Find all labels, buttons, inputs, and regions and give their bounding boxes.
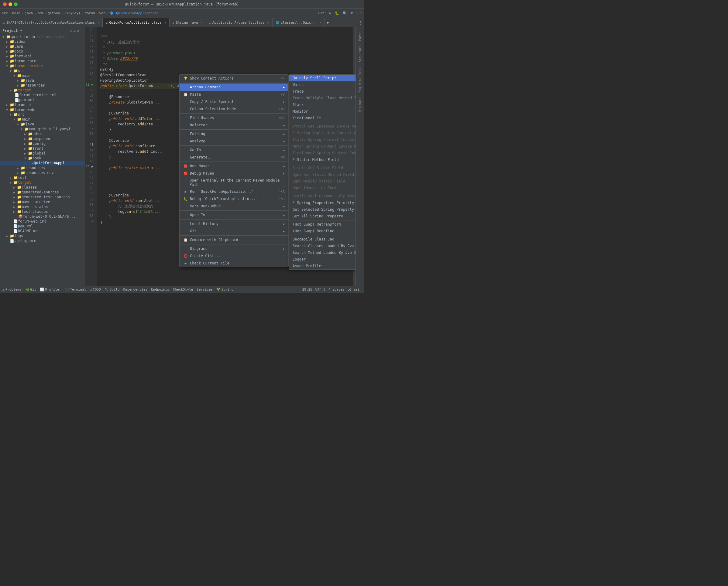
ctx-refactor[interactable]: Refactor ▶ [180, 122, 288, 129]
tree-gen-sources[interactable]: ▶ 📁 generated-sources [0, 190, 85, 195]
submenu-monitor[interactable]: Monitor [289, 108, 355, 115]
submenu-quickly-shell[interactable]: Quickly Shell Script [289, 75, 355, 81]
tab-classes[interactable]: 🌐 classes/...Quic... ✕ [273, 18, 325, 27]
submenu-watch-spring[interactable]: Watch Spring Context Invoke Method [289, 143, 355, 150]
breadcrumb-class[interactable]: 🔷 QuickForumApplication [110, 11, 158, 15]
tree-forum-core[interactable]: ▶ 📁 forum-core [0, 59, 85, 63]
debug-button[interactable]: 🐛 [334, 10, 340, 16]
tree-component[interactable]: ▶ 📁 component [0, 136, 85, 141]
tree-service-resources[interactable]: ▶ 📁 resources [0, 83, 85, 88]
close-button[interactable] [3, 2, 7, 6]
tree-idea[interactable]: ▶ 📁 .idea [0, 39, 85, 44]
tree-config[interactable]: ▶ 📁 config [0, 141, 85, 146]
tree-web-test[interactable]: ▶ 📁 test [0, 175, 85, 180]
submenu-search-method[interactable]: Search Method Loaded By Jvm Sm [289, 249, 355, 256]
submenu-vmtool[interactable]: Vmtool Get Instance Invoke Method [289, 123, 355, 130]
ctx-more-run[interactable]: More Run/Debug ▶ [180, 203, 288, 210]
ctx-arthas[interactable]: Arthas Command ▶ [180, 83, 288, 91]
tab-string[interactable]: ☕ String.java ✕ [170, 18, 206, 27]
ctx-column-sel[interactable]: Column Selection Mode ⇧⌘8 [180, 105, 288, 113]
ctx-open-terminal[interactable]: Open Terminal at the Current Maven Modul… [180, 177, 288, 188]
ctx-debug-app[interactable]: 🐛 Debug 'QuickForumApplicatio...' ⌃⌥D [180, 195, 288, 203]
ctx-copy-paste-special[interactable]: Copy / Paste Special ▶ [180, 98, 288, 105]
submenu-ognl-static[interactable]: Ognl Get Static Method Field [289, 171, 355, 178]
tree-maven-status[interactable]: ▶ 📁 maven-status [0, 204, 85, 209]
breadcrumb-com[interactable]: com [37, 11, 44, 15]
submenu-logger[interactable]: Logger [289, 256, 355, 263]
submenu-static-method-field[interactable]: * Static Method Field [289, 156, 355, 163]
tree-service-target[interactable]: ▶ 📁 target [0, 88, 85, 92]
tree-service-pom[interactable]: ▶ 📄 pom.xml [0, 98, 85, 102]
ctx-analyze[interactable]: Analyze ▶ [180, 137, 288, 145]
status-terminal[interactable]: ⬛ Terminal [65, 288, 86, 292]
tree-service-java[interactable]: ▶ 📁 java [0, 78, 85, 83]
tab-close[interactable]: ✕ [320, 21, 322, 24]
submenu-spring-getbean[interactable]: * Spring ApplicationContext getBean [289, 130, 355, 136]
tree-classes[interactable]: ▶ 📁 classes [0, 185, 85, 190]
breadcrumb-src[interactable]: src [2, 11, 8, 15]
ctx-find-usages[interactable]: Find Usages ⌥F7 [180, 114, 288, 122]
ctx-paste[interactable]: 📋 Paste ⌘V [180, 91, 288, 98]
breadcrumb-github[interactable]: github [48, 11, 60, 15]
tree-resources-env[interactable]: ▶ 📁 resources-env [0, 170, 85, 175]
maximize-button[interactable] [14, 2, 18, 6]
tree-gitignore[interactable]: ▶ 📄 .gitignore [0, 238, 85, 243]
sidebar-close-btn[interactable]: — [80, 29, 82, 33]
tree-service-main[interactable]: ▼ 📁 main [0, 73, 85, 78]
status-problems[interactable]: ⚠ Problems [2, 288, 22, 292]
status-endpoints[interactable]: Endpoints [151, 288, 169, 292]
status-profiler[interactable]: 📊 Profiler [40, 288, 61, 292]
status-spring[interactable]: 🌱 Spring [216, 288, 234, 292]
tree-web-target[interactable]: ▼ 📁 target [0, 180, 85, 185]
tree-forum-ui[interactable]: ▶ 📁 forum-ui [0, 102, 85, 107]
submenu-async-profiler[interactable]: Async Profiler [289, 263, 355, 269]
breadcrumb-java[interactable]: java [25, 11, 33, 15]
big-data-tools-tab[interactable]: Big Data Tools [358, 65, 362, 94]
submenu-ognl-modify[interactable]: Ognl Modify Static Field [289, 178, 355, 185]
tree-mvn[interactable]: ▶ 📁 .mvn [0, 44, 85, 49]
tree-web-src[interactable]: ▼ 📁 src [0, 112, 85, 117]
ctx-diagrams[interactable]: Diagrams ▶ [180, 245, 288, 252]
ctx-debug-maven[interactable]: 🔴 Debug Maven ▶ [180, 170, 288, 177]
tab-close[interactable]: ✕ [201, 21, 203, 24]
submenu-get-selected-spring[interactable]: Get Selected Spring Property [289, 206, 355, 213]
tree-quickforum-file[interactable]: ▶ ☕ QuickForumAppl [0, 161, 85, 165]
status-services[interactable]: Services [197, 288, 213, 292]
submenu-search-classes[interactable]: Search Classes Loaded By Jvm Sc [289, 243, 355, 249]
tree-hook[interactable]: ▼ 📁 hook [0, 156, 85, 161]
breadcrumb-liuyueyi[interactable]: liuyueyi [65, 11, 80, 15]
tab-appargs[interactable]: ☕ ApplicationArguments.class ✕ [206, 18, 273, 27]
tree-forum-service[interactable]: ▼ 📁 forum-service [0, 63, 85, 68]
ctx-goto[interactable]: Go To ▶ [180, 146, 288, 154]
search-button[interactable]: 🔍 [342, 10, 348, 16]
maven-tab[interactable]: Maven [358, 30, 362, 43]
submenu-timetunnel[interactable]: TimeTunnel Tt [289, 115, 355, 122]
breadcrumb-forum[interactable]: forum [85, 11, 95, 15]
ctx-show-context[interactable]: 💡 Show Context Actions ⌥⏎ [180, 75, 288, 82]
ctx-generate[interactable]: Generate... ⌘N [180, 154, 288, 161]
ctx-create-gist[interactable]: ⭕ Create Gist... [180, 252, 288, 260]
ctx-run-app[interactable]: ▶ Run 'QuickForumApplicatio...' ⌃⌥R [180, 188, 288, 195]
tree-test-classes[interactable]: ▶ 📁 test-classes [0, 209, 85, 214]
tree-root[interactable]: ▼ 📁 quick-forum ~/Documents/Gitb [0, 34, 85, 39]
database-tab[interactable]: Database [358, 96, 362, 114]
more-tabs-button[interactable]: ▼ [325, 18, 331, 27]
breadcrumb-web[interactable]: web [99, 11, 105, 15]
submenu-decompile-jad[interactable]: Decompile Class Jad [289, 236, 355, 243]
breadcrumb-main[interactable]: main [12, 11, 21, 15]
tree-admin[interactable]: ▶ 📁 admin [0, 131, 85, 136]
submenu-hotswap-redefine[interactable]: (Hot Swap) Redefine [289, 228, 355, 234]
tree-web-resources[interactable]: ▶ 📁 resources [0, 165, 85, 170]
tree-forum-web[interactable]: ▼ 📁 forum-web [0, 107, 85, 112]
ctx-compare-clipboard[interactable]: 📋 Compare with Clipboard [180, 236, 288, 243]
tree-service-src[interactable]: ▼ 📁 src [0, 68, 85, 73]
submenu-ognl-invoke[interactable]: Ognl Invoke for Enum [289, 185, 355, 191]
submenu-static-spring[interactable]: Static Spring Context Invoke Method [289, 136, 355, 143]
submenu-ognl-grammar[interactable]: Static Ognl Grammar Help Watch Sta... [289, 193, 355, 199]
tab-close[interactable]: ✕ [98, 21, 99, 24]
sidebar-settings-btn[interactable]: ⚙ [77, 29, 79, 33]
status-todo[interactable]: ☑ TODO [90, 288, 101, 292]
tree-web-iml[interactable]: ▶ 📄 forum-web.iml [0, 219, 85, 224]
tree-global[interactable]: ▶ 📁 global [0, 151, 85, 156]
submenu-timetunnel-spring[interactable]: TimeTunnel Spring Context Invoke M... [289, 150, 355, 156]
